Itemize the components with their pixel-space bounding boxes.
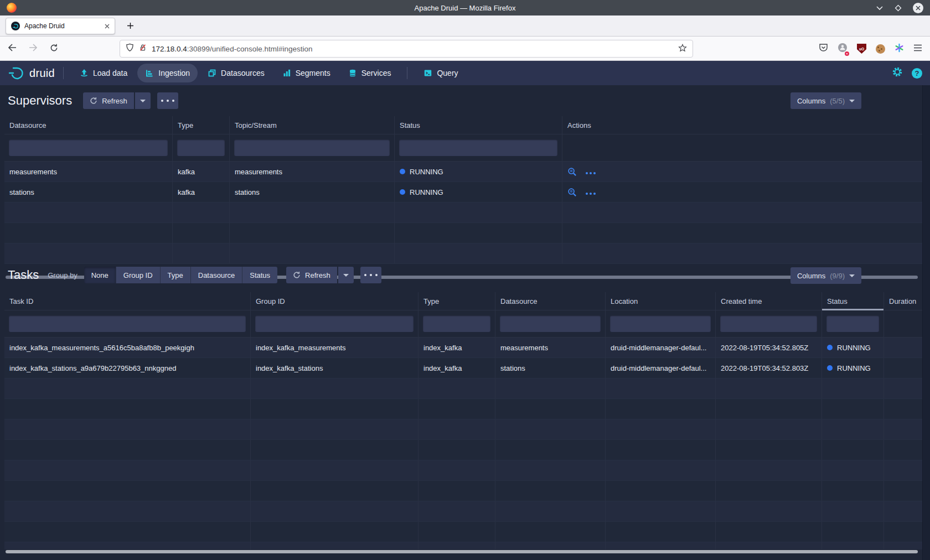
supervisors-columns-button[interactable]: Columns (5/5) <box>790 92 861 109</box>
tab-close-icon[interactable] <box>105 21 110 31</box>
hamburger-menu-icon[interactable] <box>913 44 922 54</box>
forward-button[interactable] <box>29 44 38 54</box>
inspect-magnifier-icon[interactable] <box>567 188 577 197</box>
extension-icon[interactable]: × <box>838 43 848 55</box>
filter-topic-input[interactable] <box>234 139 390 156</box>
nav-item-services[interactable]: Services <box>340 64 399 82</box>
druid-favicon-icon <box>11 22 20 30</box>
group-by-none-button[interactable]: None <box>84 267 116 283</box>
settings-gear-icon[interactable] <box>892 66 903 80</box>
col-header-task-id[interactable]: Task ID <box>4 292 250 310</box>
filter-created-time-input[interactable] <box>720 315 817 332</box>
colorful-extension-icon[interactable] <box>895 43 904 55</box>
insecure-lock-icon[interactable] <box>139 43 147 54</box>
supervisors-header-row: Datasource Type Topic/Stream Status Acti… <box>4 116 922 134</box>
col-header-duration[interactable]: Duration <box>884 292 922 310</box>
supervisors-refresh-button[interactable]: Refresh <box>83 92 134 109</box>
filter-type-input[interactable] <box>177 139 225 156</box>
filter-type-input[interactable] <box>423 315 490 332</box>
supervisors-refresh-dropdown-button[interactable] <box>135 92 151 109</box>
tasks-refresh-button[interactable]: Refresh <box>286 267 337 283</box>
col-header-group-id[interactable]: Group ID <box>250 292 418 310</box>
running-status-dot <box>827 345 833 350</box>
tasks-header-row: Task ID Group ID Type Datasource Locatio… <box>4 292 922 310</box>
nav-item-datasources[interactable]: Datasources <box>200 64 272 82</box>
supervisors-more-button[interactable] <box>157 92 178 109</box>
col-header-status-sorted[interactable]: Status <box>822 292 884 310</box>
row-more-actions-icon[interactable] <box>585 168 596 176</box>
col-header-actions[interactable]: Actions <box>562 116 922 134</box>
window-minimize-button[interactable] <box>876 5 884 11</box>
reload-button[interactable] <box>50 44 58 54</box>
load-data-icon <box>80 69 89 77</box>
row-more-actions-icon[interactable] <box>585 188 596 196</box>
datasources-icon <box>208 69 216 77</box>
group-by-datasource-button[interactable]: Datasource <box>190 267 242 283</box>
empty-row <box>4 440 922 460</box>
filter-datasource-input[interactable] <box>500 315 601 332</box>
filter-task-id-input[interactable] <box>9 315 246 332</box>
col-header-status[interactable]: Status <box>394 116 562 134</box>
tasks-refresh-dropdown-button[interactable] <box>338 267 354 283</box>
new-tab-button[interactable] <box>123 19 137 33</box>
druid-brand[interactable]: druid <box>8 66 55 80</box>
col-header-created-time[interactable]: Created time <box>715 292 822 310</box>
url-text: 172.18.0.4:30899/unified-console.html#in… <box>152 45 673 53</box>
supervisors-table: Datasource Type Topic/Stream Status Acti… <box>4 116 922 264</box>
filter-location-input[interactable] <box>610 315 711 332</box>
running-status-dot <box>827 365 833 371</box>
back-button[interactable] <box>8 44 17 54</box>
empty-row <box>4 460 922 481</box>
col-header-topic-stream[interactable]: Topic/Stream <box>229 116 394 134</box>
page-vertical-scrollbar-track[interactable] <box>922 85 930 560</box>
tasks-more-button[interactable] <box>360 267 381 283</box>
task-row-stations[interactable]: index_kafka_stations_a9a679b22795b63_nnk… <box>4 358 922 378</box>
nav-item-query[interactable]: Query <box>416 64 466 82</box>
group-by-type-button[interactable]: Type <box>160 267 190 283</box>
supervisors-toolbar: Supervisors Refresh <box>8 92 178 110</box>
supervisor-row-stations[interactable]: stations kafka stations RUNNING <box>4 182 922 203</box>
pocket-icon[interactable] <box>819 43 828 54</box>
running-status-dot <box>400 189 405 195</box>
ublock-shield-icon[interactable]: uO <box>857 44 866 54</box>
col-header-datasource[interactable]: Datasource <box>495 292 605 310</box>
druid-logo-icon <box>8 66 25 80</box>
col-header-type[interactable]: Type <box>418 292 495 310</box>
filter-status-input[interactable] <box>826 315 879 332</box>
chevron-down-icon <box>140 100 146 102</box>
tracking-shield-icon[interactable] <box>126 43 134 54</box>
col-header-datasource[interactable]: Datasource <box>4 116 172 134</box>
nav-item-load-data[interactable]: Load data <box>72 64 135 82</box>
window-close-button[interactable] <box>913 3 923 13</box>
supervisor-row-measurements[interactable]: measurements kafka measurements RUNNING <box>4 162 922 182</box>
inspect-magnifier-icon[interactable] <box>567 167 577 177</box>
supervisors-filter-row <box>4 134 922 162</box>
url-bar[interactable]: 172.18.0.4:30899/unified-console.html#in… <box>120 40 693 58</box>
task-row-measurements[interactable]: index_kafka_measurements_a5616c5ba8afb8b… <box>4 338 922 358</box>
ingestion-icon <box>145 69 154 77</box>
tasks-horizontal-scrollbar[interactable] <box>6 550 918 553</box>
filter-group-id-input[interactable] <box>255 315 414 332</box>
col-header-type[interactable]: Type <box>172 116 229 134</box>
tasks-columns-button[interactable]: Columns (9/9) <box>790 267 861 284</box>
status-cell: RUNNING <box>822 358 884 378</box>
group-by-status-button[interactable]: Status <box>242 267 277 283</box>
firefox-window: Apache Druid — Mozilla Firefox Apache Dr… <box>0 0 930 560</box>
help-button[interactable]: ? <box>912 68 922 79</box>
filter-datasource-input[interactable] <box>9 139 168 156</box>
cookie-icon[interactable] <box>876 44 885 54</box>
bookmark-star-icon[interactable] <box>678 44 687 54</box>
empty-row <box>4 522 922 542</box>
query-icon <box>423 69 432 77</box>
nav-item-segments[interactable]: Segments <box>275 64 338 82</box>
filter-status-input[interactable] <box>399 139 557 156</box>
col-header-location[interactable]: Location <box>605 292 715 310</box>
console-content: Supervisors Refresh Columns (5/5) Dataso… <box>0 85 930 560</box>
nav-item-ingestion[interactable]: Ingestion <box>137 64 198 82</box>
group-by-group-id-button[interactable]: Group ID <box>116 267 160 283</box>
actions-cell <box>562 182 922 202</box>
window-maximize-button[interactable] <box>895 4 902 12</box>
empty-row <box>4 542 922 549</box>
browser-tab-apache-druid[interactable]: Apache Druid <box>6 18 115 34</box>
refresh-icon <box>90 97 97 105</box>
